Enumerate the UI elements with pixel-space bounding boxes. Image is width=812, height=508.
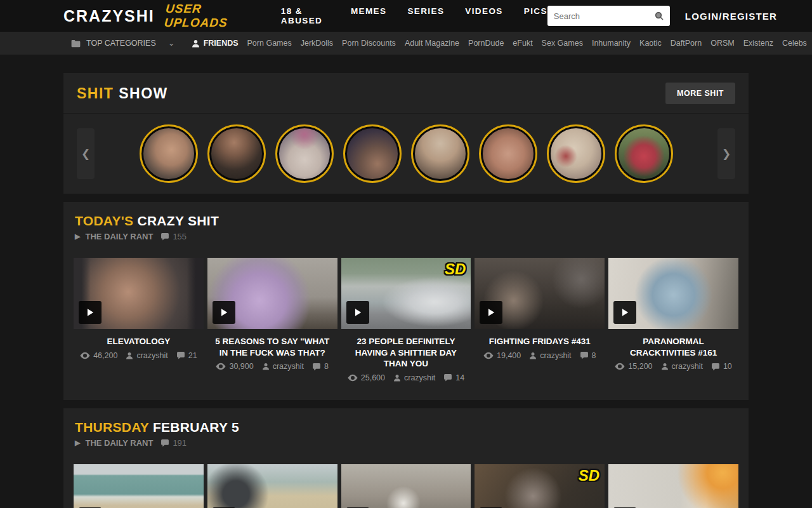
video-title[interactable]: ELEVATOLOGY xyxy=(74,336,204,347)
comments-stat: 8 xyxy=(580,351,596,360)
video-thumbnail[interactable] xyxy=(207,258,337,329)
carousel-thumb[interactable] xyxy=(617,126,671,181)
video-thumbnail[interactable]: SD xyxy=(341,258,471,329)
daily-rant-comment-count: 155 xyxy=(173,232,187,241)
video-thumbnail[interactable] xyxy=(207,464,337,508)
user-icon xyxy=(192,39,200,48)
partner-link[interactable]: Existenz xyxy=(743,39,773,48)
uploader-stat: crazyshit xyxy=(661,362,703,371)
video-thumbnail[interactable] xyxy=(341,464,471,508)
play-button-icon xyxy=(79,301,102,324)
video-title[interactable]: FIGHTING FRIDAYS #431 xyxy=(475,336,605,347)
carousel-thumb[interactable] xyxy=(481,126,535,181)
main-nav-item[interactable]: VIDEOS xyxy=(465,6,502,25)
daily-rant-link[interactable]: ▶ THE DAILY RANT 191 xyxy=(74,438,738,448)
friends-link[interactable]: FRIENDS xyxy=(192,39,239,48)
carousel-thumb[interactable] xyxy=(277,126,332,181)
main-nav-item[interactable]: MEMES xyxy=(351,6,387,25)
video-thumbnail[interactable]: SD xyxy=(475,464,605,508)
carousel-thumbs xyxy=(141,126,671,181)
partner-link[interactable]: Celebs xyxy=(782,39,807,48)
left-arrow-icon: ❮ xyxy=(81,147,90,161)
user-icon xyxy=(262,363,270,370)
daily-rant-link[interactable]: ▶ THE DAILY RANT 155 xyxy=(74,232,738,241)
video-stats: 19,400 crazyshit 8 xyxy=(475,351,605,360)
partner-link[interactable]: Porn Games xyxy=(247,39,292,48)
carousel-thumb[interactable] xyxy=(141,126,196,181)
video-card: SD xyxy=(475,464,605,508)
partner-link[interactable]: Kaotic xyxy=(639,39,662,48)
chevron-down-icon: ⌄ xyxy=(168,41,175,46)
comment-icon xyxy=(580,351,589,359)
video-stats: 25,600 crazyshit 14 xyxy=(341,373,471,382)
search-icon[interactable] xyxy=(654,11,664,21)
section-title: THURSDAY FEBRUARY 5 xyxy=(74,420,738,435)
comments-stat: 21 xyxy=(176,351,197,360)
video-thumbnail[interactable] xyxy=(608,258,738,329)
section-title-rest: CRAZY SHIT xyxy=(137,213,219,228)
shit-show-header: SHIT SHOW MORE SHIT xyxy=(63,73,749,114)
comments-stat: 14 xyxy=(443,373,464,382)
main-nav-item[interactable]: PICS xyxy=(524,6,547,25)
main-nav-item[interactable]: 18 & ABUSED xyxy=(281,6,330,25)
video-title[interactable]: 5 REASONS TO SAY "WHAT IN THE FUCK WAS T… xyxy=(207,336,337,358)
play-button-icon xyxy=(346,301,369,324)
search-input[interactable] xyxy=(554,11,654,21)
top-categories-dropdown[interactable]: TOP CATEGORIES ⌄ xyxy=(71,39,175,48)
user-icon xyxy=(393,374,401,382)
video-card xyxy=(74,464,204,508)
video-thumbnail[interactable] xyxy=(475,258,605,329)
shit-show-title-rest: SHOW xyxy=(119,85,168,102)
carousel-next-button[interactable]: ❯ xyxy=(717,128,735,179)
eye-icon xyxy=(615,363,625,370)
eye-icon xyxy=(348,374,358,382)
section-title-rest: FEBRUARY 5 xyxy=(153,420,239,434)
carousel-prev-button[interactable]: ❮ xyxy=(77,128,95,179)
partner-link[interactable]: eFukt xyxy=(513,39,532,48)
video-card xyxy=(341,464,471,508)
uploader-stat: crazyshit xyxy=(126,351,167,360)
partner-link[interactable]: JerkDolls xyxy=(301,39,333,48)
views-stat: 25,600 xyxy=(348,373,385,382)
login-register-link[interactable]: LOGIN/REGISTER xyxy=(685,11,777,22)
video-card: FIGHTING FRIDAYS #431 19,400 crazyshit xyxy=(475,258,605,382)
partner-link[interactable]: ORSM xyxy=(710,39,735,48)
video-card: PARANORMAL CRACKTIVITIES #161 15,200 cra… xyxy=(608,258,738,382)
site-logo[interactable]: CRAZYSHI xyxy=(63,7,155,25)
video-card: 5 REASONS TO SAY "WHAT IN THE FUCK WAS T… xyxy=(207,258,337,382)
carousel-thumb[interactable] xyxy=(345,126,400,181)
carousel-thumb[interactable] xyxy=(549,126,603,181)
carousel-thumb[interactable] xyxy=(209,126,264,181)
video-title[interactable]: 23 PEOPLE DEFINITELY HAVING A SHITTIER D… xyxy=(341,336,471,370)
friends-label: FRIENDS xyxy=(204,39,239,48)
uploader-stat: crazyshit xyxy=(393,373,435,382)
partner-link[interactable]: Porn Discounts xyxy=(342,39,396,48)
site-tagline: USER UPLOADS xyxy=(163,2,263,30)
partner-link[interactable]: DaftPorn xyxy=(671,39,702,48)
video-title[interactable]: PARANORMAL CRACKTIVITIES #161 xyxy=(608,336,738,358)
partner-link[interactable]: Inhumanity xyxy=(592,39,631,48)
partner-link[interactable]: PornDude xyxy=(468,39,504,48)
section-title-accent: THURSDAY xyxy=(75,420,149,434)
comments-count: 10 xyxy=(723,362,732,371)
uploader-name: crazyshit xyxy=(404,373,435,382)
video-thumbnail[interactable] xyxy=(74,258,204,329)
search-box[interactable] xyxy=(547,6,670,26)
sd-badge: SD xyxy=(445,260,466,278)
uploader-name: crazyshit xyxy=(672,362,703,371)
main-nav-item[interactable]: SERIES xyxy=(407,6,444,25)
video-thumbnail[interactable] xyxy=(74,464,204,508)
partner-link[interactable]: Adult Magazine xyxy=(405,39,459,48)
comment-icon xyxy=(160,232,169,241)
top-bar: CRAZYSHI USER UPLOADS 18 & ABUSEDMEMESSE… xyxy=(0,0,812,32)
carousel-thumb[interactable] xyxy=(413,126,468,181)
comments-stat: 10 xyxy=(711,362,732,371)
play-triangle-icon: ▶ xyxy=(75,232,80,241)
views-count: 19,400 xyxy=(497,351,521,360)
more-shit-button[interactable]: MORE SHIT xyxy=(665,83,735,104)
partner-link[interactable]: Sex Games xyxy=(542,39,583,48)
partner-links: Porn GamesJerkDollsPorn DiscountsAdult M… xyxy=(247,39,812,48)
video-thumbnail[interactable] xyxy=(608,464,738,508)
play-button-icon xyxy=(480,301,502,324)
right-arrow-icon: ❯ xyxy=(722,147,731,161)
